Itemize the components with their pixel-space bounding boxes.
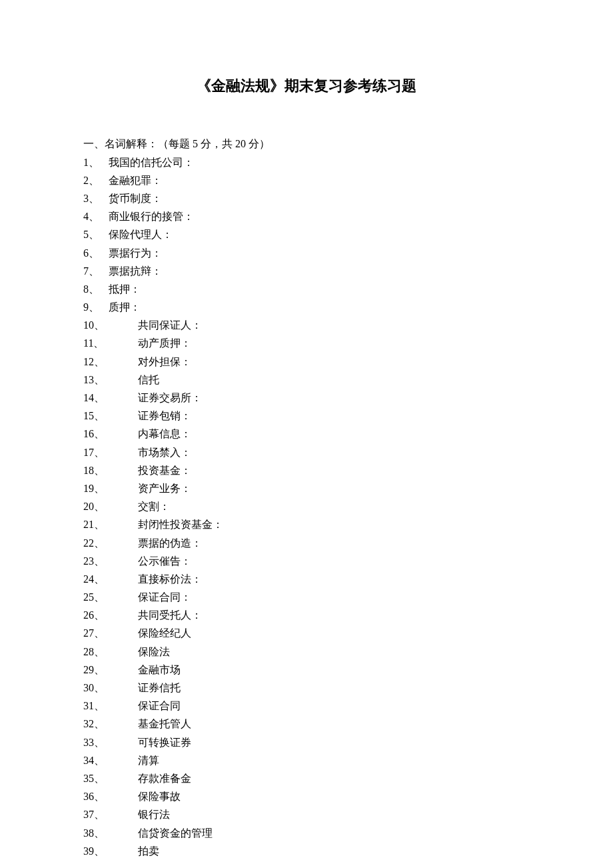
list-item: 25、保证合同： (83, 588, 530, 606)
item-number: 33、 (83, 733, 138, 751)
list-item: 19、资产业务： (83, 479, 530, 497)
item-text: 直接标价法： (138, 570, 202, 588)
item-number: 6、 (83, 244, 109, 262)
list-item: 11、动产质押： (83, 334, 530, 352)
item-number: 36、 (83, 787, 138, 805)
list-item: 23、公示催告： (83, 552, 530, 570)
list-item: 16、内幕信息： (83, 425, 530, 443)
item-number: 38、 (83, 824, 138, 842)
item-text: 信贷资金的管理 (138, 824, 213, 842)
item-number: 34、 (83, 751, 138, 769)
item-text: 存款准备金 (138, 769, 191, 787)
list-item: 13、信托 (83, 371, 530, 389)
item-text: 基金托管人 (138, 715, 191, 733)
list-item: 28、保险法 (83, 643, 530, 661)
list-item: 10、共同保证人： (83, 316, 530, 334)
list-item: 14、证券交易所： (83, 389, 530, 407)
item-number: 13、 (83, 371, 138, 389)
item-number: 16、 (83, 425, 138, 443)
item-text: 封闭性投资基金： (138, 515, 223, 533)
item-number: 21、 (83, 515, 138, 533)
item-text: 票据抗辩： (109, 262, 162, 280)
item-text: 信托 (138, 371, 159, 389)
item-text: 证券交易所： (138, 389, 202, 407)
item-text: 清算 (138, 751, 159, 769)
list-item: 36、保险事故 (83, 787, 530, 805)
list-item: 9、质押： (83, 298, 530, 316)
section-header: 一、名词解释：（每题 5 分，共 20 分） (83, 135, 530, 153)
item-number: 28、 (83, 643, 138, 661)
list-item: 27、保险经纪人 (83, 624, 530, 642)
list-item: 2、金融犯罪： (83, 171, 530, 189)
list-item: 33、可转换证券 (83, 733, 530, 751)
item-number: 8、 (83, 280, 109, 298)
list-item: 1、我国的信托公司： (83, 153, 530, 171)
item-number: 31、 (83, 697, 138, 715)
list-item: 21、封闭性投资基金： (83, 515, 530, 533)
item-text: 保险事故 (138, 787, 181, 805)
item-text: 票据的伪造： (138, 534, 202, 552)
item-number: 39、 (83, 842, 138, 860)
item-text: 公示催告： (138, 552, 191, 570)
list-item: 30、证券信托 (83, 679, 530, 697)
item-number: 27、 (83, 624, 138, 642)
item-text: 内幕信息： (138, 425, 191, 443)
item-number: 9、 (83, 298, 109, 316)
item-number: 5、 (83, 225, 109, 243)
item-text: 商业银行的接管： (109, 207, 194, 225)
list-item: 12、对外担保： (83, 353, 530, 371)
list-item: 34、清算 (83, 751, 530, 769)
list-item: 15、证券包销： (83, 407, 530, 425)
list-item: 18、投资基金： (83, 461, 530, 479)
item-number: 18、 (83, 461, 138, 479)
item-text: 共同保证人： (138, 316, 202, 334)
document-title: 《金融法规》期末复习参考练习题 (83, 73, 530, 98)
item-text: 银行法 (138, 805, 170, 823)
item-text: 我国的信托公司： (109, 153, 194, 171)
list-item: 37、银行法 (83, 805, 530, 823)
item-text: 货币制度： (109, 189, 162, 207)
list-item: 6、票据行为： (83, 244, 530, 262)
item-number: 3、 (83, 189, 109, 207)
item-text: 保险经纪人 (138, 624, 191, 642)
item-number: 22、 (83, 534, 138, 552)
item-number: 12、 (83, 353, 138, 371)
item-text: 资产业务： (138, 479, 191, 497)
list-item: 32、基金托管人 (83, 715, 530, 733)
item-number: 23、 (83, 552, 138, 570)
list-item: 35、存款准备金 (83, 769, 530, 787)
item-number: 1、 (83, 153, 109, 171)
item-number: 7、 (83, 262, 109, 280)
item-text: 市场禁入： (138, 443, 191, 461)
item-text: 保证合同 (138, 697, 181, 715)
list-item: 38、信贷资金的管理 (83, 824, 530, 842)
list-item: 22、票据的伪造： (83, 534, 530, 552)
item-text: 金融犯罪： (109, 171, 162, 189)
item-number: 11、 (83, 334, 138, 352)
item-text: 动产质押： (138, 334, 191, 352)
item-number: 30、 (83, 679, 138, 697)
item-number: 37、 (83, 805, 138, 823)
item-number: 25、 (83, 588, 138, 606)
item-number: 24、 (83, 570, 138, 588)
item-text: 共同受托人： (138, 606, 202, 624)
list-item: 4、商业银行的接管： (83, 207, 530, 225)
item-number: 4、 (83, 207, 109, 225)
item-number: 20、 (83, 497, 138, 515)
item-text: 金融市场 (138, 661, 181, 679)
item-text: 对外担保： (138, 353, 191, 371)
item-text: 保证合同： (138, 588, 191, 606)
item-number: 19、 (83, 479, 138, 497)
item-text: 投资基金： (138, 461, 191, 479)
item-text: 证券信托 (138, 679, 181, 697)
item-number: 29、 (83, 661, 138, 679)
list-item: 26、共同受托人： (83, 606, 530, 624)
item-text: 保险法 (138, 643, 170, 661)
list-item: 5、保险代理人： (83, 225, 530, 243)
item-number: 26、 (83, 606, 138, 624)
item-text: 交割： (138, 497, 170, 515)
item-text: 拍卖 (138, 842, 159, 860)
list-item: 24、直接标价法： (83, 570, 530, 588)
item-text: 证券包销： (138, 407, 191, 425)
item-number: 35、 (83, 769, 138, 787)
